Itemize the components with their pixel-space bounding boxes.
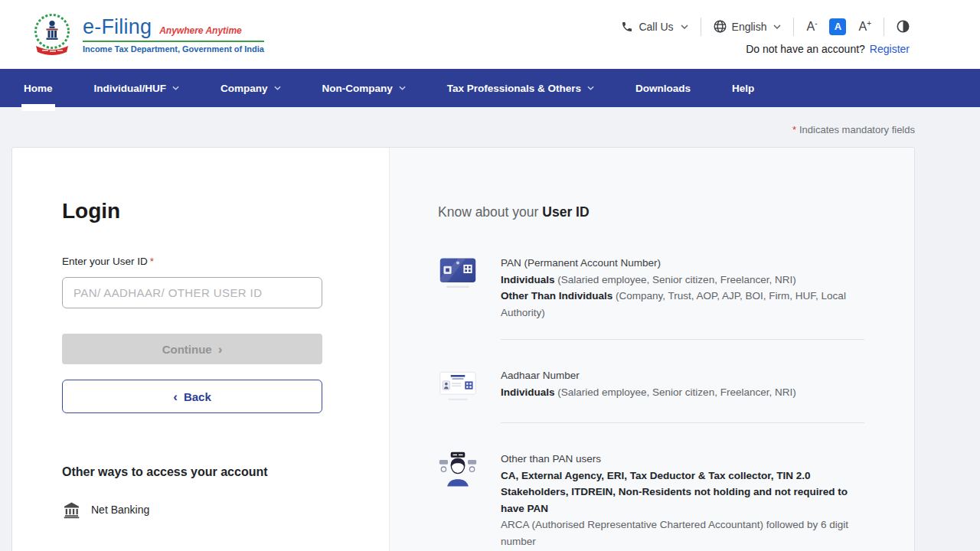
net-banking-label: Net Banking xyxy=(91,504,149,516)
nav-item-downloads[interactable]: Downloads xyxy=(635,69,691,107)
nav-item-non-company[interactable]: Non-Company xyxy=(322,69,406,107)
bank-icon xyxy=(62,500,81,519)
aadhaar-individuals-line: Individuals (Salaried employee, Senior c… xyxy=(501,384,864,401)
register-link[interactable]: Register xyxy=(870,43,910,55)
chevron-down-icon xyxy=(172,86,179,90)
call-us-menu[interactable]: Call Us xyxy=(621,21,688,33)
asterisk-icon: * xyxy=(150,256,154,267)
login-panel: Login Enter your User ID* Continue › ‹ B… xyxy=(12,148,389,551)
other-users-bold-line: CA, External Agency, ERI, Tax Deductor &… xyxy=(501,468,864,517)
continue-button[interactable]: Continue › xyxy=(62,334,322,364)
brand-tagline: Anywhere Anytime xyxy=(159,25,242,36)
back-button[interactable]: ‹ Back xyxy=(62,380,322,413)
arca-line: ARCA (Authorised Representative Chartere… xyxy=(501,517,864,549)
other-users-icon xyxy=(438,451,476,551)
nav-item-home[interactable]: Home xyxy=(24,69,53,107)
pan-info-section: PAN (Permanent Account Number) Individua… xyxy=(438,255,864,321)
national-emblem-icon xyxy=(31,11,74,58)
call-us-label: Call Us xyxy=(639,21,673,33)
info-heading: Know about yourUser ID xyxy=(438,204,864,220)
brand-underline xyxy=(83,41,264,42)
pan-section-title: PAN (Permanent Account Number) xyxy=(501,255,864,272)
account-prompt: Do not have an account?Register xyxy=(746,43,910,55)
header: e-Filing Anywhere Anytime Income Tax Dep… xyxy=(0,0,980,69)
divider xyxy=(793,18,794,36)
brand-subtitle: Income Tax Department, Government of Ind… xyxy=(83,44,264,54)
brand-title: e-Filing xyxy=(83,15,152,39)
divider xyxy=(701,18,701,36)
asterisk-icon: * xyxy=(792,124,796,135)
chevron-down-icon xyxy=(773,24,781,29)
user-id-input[interactable] xyxy=(62,277,322,308)
user-id-info-panel: Know about yourUser ID xyxy=(389,148,914,551)
other-users-info-section: Other than PAN users CA, External Agency… xyxy=(438,451,864,551)
chevron-down-icon xyxy=(399,86,406,90)
pan-other-line: Other Than Individuals (Company, Trust, … xyxy=(501,288,864,321)
font-increase-button[interactable]: A+ xyxy=(858,19,871,34)
language-menu[interactable]: English xyxy=(714,20,782,33)
chevron-right-icon: › xyxy=(218,343,223,356)
nav-item-company[interactable]: Company xyxy=(220,69,281,107)
font-decrease-button[interactable]: A- xyxy=(806,19,817,34)
mandatory-fields-note: *Indicates mandatory fields xyxy=(11,124,915,136)
divider xyxy=(884,18,884,36)
section-divider xyxy=(501,422,864,423)
chevron-left-icon: ‹ xyxy=(173,390,178,403)
net-banking-option[interactable]: Net Banking xyxy=(62,500,351,519)
main-content: *Indicates mandatory fields Login Enter … xyxy=(0,107,980,551)
language-label: English xyxy=(732,21,767,33)
contrast-toggle-icon[interactable] xyxy=(897,20,910,33)
login-card: Login Enter your User ID* Continue › ‹ B… xyxy=(11,147,915,551)
nav-item-help[interactable]: Help xyxy=(732,69,754,107)
phone-icon xyxy=(621,21,633,33)
utility-bar: Call Us English A- A xyxy=(621,18,910,36)
site-logo: e-Filing Anywhere Anytime Income Tax Dep… xyxy=(31,11,264,58)
main-navigation: Home Individual/HUF Company Non-Company … xyxy=(0,69,980,107)
pan-card-icon xyxy=(438,255,476,321)
chevron-down-icon xyxy=(681,24,688,29)
other-ways-title: Other ways to access your account xyxy=(62,465,351,479)
chevron-down-icon xyxy=(274,86,281,90)
chevron-down-icon xyxy=(587,86,594,90)
section-divider xyxy=(501,339,864,340)
user-id-label: Enter your User ID* xyxy=(62,256,351,267)
globe-icon xyxy=(714,20,727,33)
aadhaar-info-section: Aadhaar Number Individuals (Salaried emp… xyxy=(438,367,864,404)
nav-item-individual-huf[interactable]: Individual/HUF xyxy=(94,69,180,107)
pan-individuals-line: Individuals (Salaried employee, Senior c… xyxy=(501,272,864,289)
other-users-section-title: Other than PAN users xyxy=(501,451,864,468)
nav-item-tax-professionals[interactable]: Tax Professionals & Others xyxy=(447,69,594,107)
aadhaar-card-icon xyxy=(438,367,476,404)
font-default-button[interactable]: A xyxy=(829,18,846,35)
login-title: Login xyxy=(62,199,351,223)
aadhaar-section-title: Aadhaar Number xyxy=(501,367,864,384)
